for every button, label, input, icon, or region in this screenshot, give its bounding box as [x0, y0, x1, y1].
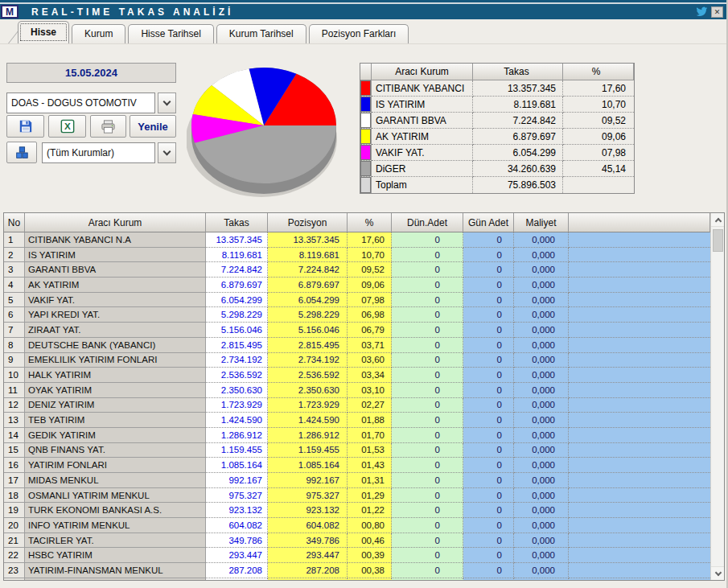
table-row[interactable]: 1CITIBANK YABANCI N.A13.357.34513.357.34…: [4, 232, 710, 248]
cell-takas: 287.208: [206, 563, 268, 578]
cell-pct: 02,27: [348, 398, 392, 413]
kurum-tool-button[interactable]: [6, 142, 37, 163]
cell-kurum: [25, 578, 206, 581]
col-header-no[interactable]: No: [4, 213, 25, 232]
table-row[interactable]: 15QNB FINANS YAT.1.159.4551.159.45501,53…: [4, 443, 710, 458]
summary-row[interactable]: VAKIF YAT.6.054.29907,98: [360, 145, 634, 161]
cell-gun-adet: 0: [463, 548, 514, 563]
twitter-icon[interactable]: [695, 6, 709, 18]
table-row[interactable]: [4, 578, 710, 581]
print-button[interactable]: [90, 115, 126, 138]
table-row[interactable]: 3GARANTI BBVA7.224.8427.224.84209,52000,…: [4, 262, 710, 278]
stock-select-dropdown-button[interactable]: [158, 93, 176, 113]
cell-gun-adet: 0: [463, 383, 514, 398]
save-button[interactable]: [6, 115, 44, 138]
cell-maliyet: 0,000: [514, 278, 569, 293]
summary-row[interactable]: GARANTI BBVA7.224.84209,52: [360, 113, 634, 129]
col-header-maliyet[interactable]: Maliyet: [514, 213, 569, 232]
table-row[interactable]: 11OYAK YATIRIM2.350.6302.350.63003,10000…: [4, 383, 710, 398]
export-excel-button[interactable]: X: [48, 115, 86, 138]
cell-dun-adet: 0: [392, 458, 463, 473]
cell-kurum: INFO YATIRIM MENKUL: [25, 518, 206, 533]
table-row[interactable]: 13TEB YATIRIM1.424.5901.424.59001,88000,…: [4, 413, 710, 428]
cell-takas: 6.879.697: [206, 278, 268, 293]
date-field[interactable]: 15.05.2024: [6, 63, 176, 83]
summary-row[interactable]: DiGER34.260.63945,14: [360, 161, 634, 177]
table-row[interactable]: 4AK YATIRIM6.879.6976.879.69709,06000,00…: [4, 278, 710, 293]
tab-pozisyon-farklar-[interactable]: Pozisyon Farkları: [309, 24, 409, 43]
table-row[interactable]: 9EMEKLILIK YATIRIM FONLARI2.734.1922.734…: [4, 353, 710, 368]
table-row[interactable]: 22HSBC YATIRIM293.447293.44700,39000,000: [4, 548, 710, 563]
cell-takas: 975.327: [206, 488, 268, 504]
summary-row[interactable]: IS YATIRIM8.119.68110,70: [360, 97, 634, 113]
summary-row[interactable]: Toplam75.896.503: [360, 177, 634, 193]
summary-row[interactable]: CITIBANK YABANCI13.357.34517,60: [360, 80, 634, 97]
table-row[interactable]: 21TACIRLER YAT.349.786349.78600,46000,00…: [4, 533, 710, 549]
cell-maliyet: 0,000: [514, 473, 569, 488]
cell-pct: 06,79: [348, 323, 392, 338]
cell-gun-adet: 0: [463, 368, 514, 383]
table-row[interactable]: 8DEUTSCHE BANK (YABANCI)2.815.4952.815.4…: [4, 338, 710, 353]
table-row[interactable]: 2IS YATIRIM8.119.6818.119.68110,70000,00…: [4, 248, 710, 263]
cell-maliyet: 0,000: [514, 518, 569, 533]
cell-pozisyon: 2.350.630: [268, 383, 348, 398]
tab-kurum[interactable]: Kurum: [72, 24, 125, 43]
summary-row[interactable]: AK YATIRIM6.879.69709,06: [360, 129, 634, 145]
close-button[interactable]: ✕: [711, 6, 723, 18]
cell-maliyet: 0,000: [514, 307, 569, 323]
chevron-down-icon: [714, 569, 721, 575]
cell-filler: [569, 503, 710, 518]
scroll-down-button[interactable]: [711, 566, 725, 580]
table-row[interactable]: 14GEDIK YATIRIM1.286.9121.286.91201,7000…: [4, 428, 710, 443]
table-row[interactable]: 7ZIRAAT YAT.5.156.0465.156.04606,79000,0…: [4, 323, 710, 338]
col-header-pct[interactable]: %: [348, 213, 392, 232]
table-row[interactable]: 16YATIRIM FONLARI1.085.1641.085.16401,43…: [4, 458, 710, 473]
cell-dun-adet: 0: [392, 533, 463, 549]
table-scrollbar[interactable]: [710, 213, 724, 580]
col-header-dun-adet[interactable]: Dün.Adet: [392, 213, 463, 232]
table-row[interactable]: 6YAPI KREDI YAT.5.298.2295.298.22906,980…: [4, 307, 710, 323]
tab-hisse-tarihsel[interactable]: Hisse Tarihsel: [128, 24, 213, 43]
col-header-kurum[interactable]: Aracı Kurum: [25, 213, 206, 232]
col-header-pozisyon[interactable]: Pozisyon: [268, 213, 348, 232]
stock-select[interactable]: DOAS - DOGUS OTOMOTIV: [6, 93, 176, 113]
table-row[interactable]: 10HALK YATIRIM2.536.5922.536.59203,34000…: [4, 368, 710, 383]
table-row[interactable]: 20INFO YATIRIM MENKUL604.082604.08200,80…: [4, 518, 710, 533]
excel-icon: X: [60, 119, 75, 134]
kurum-filter-select[interactable]: (Tüm Kurumlar): [42, 142, 176, 163]
cell-kurum: GARANTI BBVA: [25, 262, 206, 278]
table-row[interactable]: 23YATIRIM-FINANSMAN MENKUL287.208287.208…: [4, 563, 710, 578]
window-title: REAL-TIME TAKAS ANALİZİ: [31, 6, 233, 18]
table-row[interactable]: 18OSMANLI YATIRIM MENKUL975.327975.32701…: [4, 488, 710, 504]
tab-kurum-tarihsel[interactable]: Kurum Tarihsel: [216, 24, 306, 43]
refresh-button[interactable]: Yenile: [130, 115, 176, 138]
summary-pct-value: 07,98: [563, 145, 634, 161]
cell-no: 4: [4, 278, 25, 293]
cell-gun-adet: 0: [463, 338, 514, 353]
tab-hisse[interactable]: Hisse: [18, 21, 69, 43]
legend-color-chip: [360, 161, 371, 176]
cell-pct: 07,98: [348, 293, 392, 308]
table-row[interactable]: 12DENIZ YATIRIM1.723.9291.723.92902,2700…: [4, 398, 710, 413]
cell-no: 11: [4, 383, 25, 398]
table-row[interactable]: 19TURK EKONOMI BANKASI A.S.923.132923.13…: [4, 503, 710, 518]
legend-color-chip: [360, 113, 371, 128]
cell-pozisyon: 6.054.299: [268, 293, 348, 308]
cell-filler: [569, 533, 710, 549]
cell-maliyet: 0,000: [514, 293, 569, 308]
cell-kurum: HSBC YATIRIM: [25, 548, 206, 563]
cell-takas: 5.298.229: [206, 307, 268, 323]
cell-pozisyon: 5.298.229: [268, 307, 348, 323]
cell-dun-adet: 0: [392, 503, 463, 518]
table-row[interactable]: 5VAKIF YAT.6.054.2996.054.29907,98000,00…: [4, 293, 710, 308]
cell-dun-adet: 0: [392, 518, 463, 533]
summary-pct-value: [563, 177, 634, 193]
printer-icon: [101, 120, 116, 134]
cell-kurum: CITIBANK YABANCI N.A: [25, 232, 206, 248]
col-header-takas[interactable]: Takas: [206, 213, 268, 232]
table-row[interactable]: 17MIDAS MENKUL992.167992.16701,31000,000: [4, 473, 710, 488]
kurum-filter-dropdown-button[interactable]: [158, 142, 176, 163]
col-header-gun-adet[interactable]: Gün Adet: [463, 213, 514, 232]
scroll-up-button[interactable]: [711, 213, 725, 227]
scrollbar-thumb[interactable]: [713, 229, 723, 252]
